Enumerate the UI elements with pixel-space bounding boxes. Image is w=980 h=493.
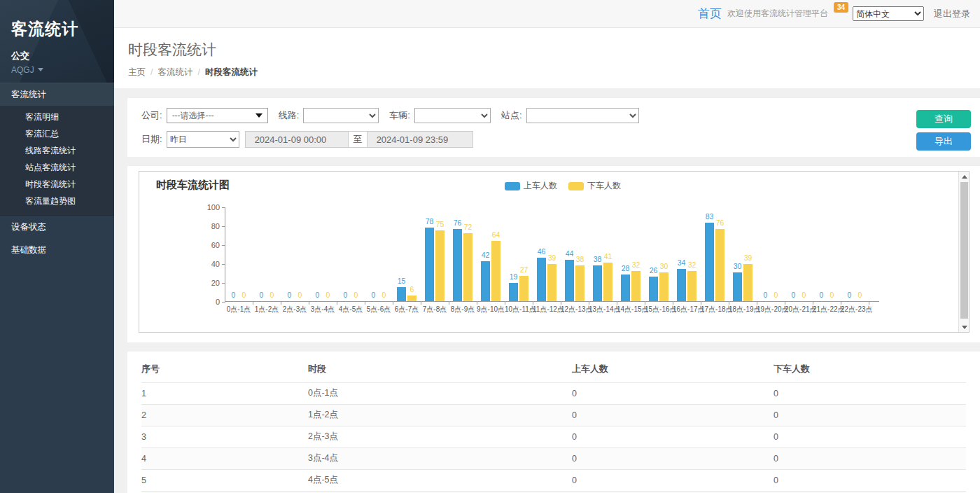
date-to-input[interactable] — [367, 131, 473, 148]
bar-alighting[interactable] — [743, 264, 752, 301]
home-link[interactable]: 首页 — [698, 6, 722, 22]
x-axis-label: 16点-17点 — [673, 305, 701, 314]
org-switcher[interactable]: AQGJ — [11, 65, 114, 75]
welcome-text: 欢迎使用客流统计管理平台 — [727, 8, 828, 20]
chart-legend: 上车人数下车人数 — [505, 180, 621, 192]
bar-alighting[interactable] — [575, 265, 584, 301]
query-button[interactable]: 查询 — [916, 110, 971, 128]
sidebar-subitem-3[interactable]: 站点客流统计 — [0, 159, 114, 176]
sidebar-subitem-0[interactable]: 客流明细 — [0, 109, 114, 125]
table-cell: 1 — [141, 383, 308, 405]
table-body: 10点-1点0021点-2点0032点-3点0043点-4点0054点-5点00… — [141, 383, 966, 493]
date-preset-select[interactable]: 昨日 — [167, 131, 239, 148]
sidebar-section-passenger-stats[interactable]: 客流统计 — [0, 83, 114, 106]
x-axis-label: 22点-23点 — [841, 305, 869, 314]
logout-link[interactable]: 退出登录 — [934, 8, 970, 20]
bar-alighting[interactable] — [491, 241, 500, 301]
company-dropdown[interactable]: ---请选择--- — [167, 108, 268, 123]
table-cell: 0 — [774, 448, 966, 470]
sidebar-subitem-1[interactable]: 客流汇总 — [0, 125, 114, 142]
sidebar-subitem-4[interactable]: 时段客流统计 — [0, 176, 114, 193]
bar-alighting[interactable] — [715, 229, 724, 301]
language-select[interactable]: 简体中文 — [853, 6, 924, 21]
bar-alighting[interactable] — [463, 233, 472, 301]
bar-group-19: 00 — [757, 207, 785, 301]
sidebar-item-base-data[interactable]: 基础数据 — [0, 239, 114, 262]
line-select[interactable] — [303, 108, 379, 123]
breadcrumb-home[interactable]: 主页 — [128, 67, 146, 77]
bar-alighting[interactable] — [407, 296, 416, 301]
bar-boarding[interactable] — [425, 228, 434, 301]
export-button[interactable]: 导出 — [916, 132, 971, 151]
notification-badge[interactable]: 34 — [834, 2, 848, 13]
bar-boarding[interactable] — [705, 223, 714, 301]
bar-value-label: 0 — [229, 291, 238, 299]
station-select[interactable] — [526, 108, 639, 123]
bar-alighting[interactable] — [687, 271, 696, 301]
chart-scrollbar[interactable] — [958, 172, 969, 332]
sidebar-submenu: 客流明细客流汇总线路客流统计站点客流统计时段客流统计客流量趋势图 — [0, 106, 114, 216]
table-cell: 5 — [141, 470, 308, 492]
bar-group-4: 00 — [337, 207, 365, 301]
x-axis-label: 9点-10点 — [477, 305, 505, 314]
bar-group-21: 00 — [813, 207, 841, 301]
bar-group-9: 4264 — [477, 207, 505, 301]
app-title: 客流统计 — [11, 18, 114, 40]
breadcrumb-passenger-stats[interactable]: 客流统计 — [158, 67, 192, 77]
bar-boarding[interactable] — [649, 277, 658, 301]
bar-alighting[interactable] — [603, 263, 612, 301]
bar-value-label: 64 — [491, 230, 500, 239]
bar-value-label: 6 — [407, 285, 416, 293]
main-area: 首页 欢迎使用客流统计管理平台 34 简体中文 退出登录 时段客流统计 主页/客… — [114, 0, 980, 493]
sidebar-item-device-status[interactable]: 设备状态 — [0, 216, 114, 239]
date-to-label: 至 — [349, 131, 367, 148]
bar-value-label: 26 — [649, 266, 658, 275]
bar-alighting[interactable] — [631, 271, 640, 301]
scrollbar-thumb[interactable] — [960, 182, 968, 319]
legend-item-1[interactable]: 下车人数 — [568, 180, 621, 192]
bar-alighting[interactable] — [519, 276, 528, 301]
bar-value-label: 0 — [379, 291, 388, 299]
bar-alighting[interactable] — [659, 272, 668, 301]
bar-group-16: 3432 — [673, 207, 701, 301]
y-axis-tick-label: 0 — [196, 298, 220, 306]
bar-value-label: 72 — [463, 223, 472, 231]
date-from-input[interactable] — [245, 131, 349, 148]
legend-item-0[interactable]: 上车人数 — [505, 180, 557, 192]
bar-boarding[interactable] — [537, 258, 546, 301]
sidebar-subitem-5[interactable]: 客流量趋势图 — [0, 193, 114, 209]
bar-boarding[interactable] — [509, 283, 518, 301]
table-row: 21点-2点00 — [141, 405, 966, 426]
bar-value-label: 38 — [593, 255, 602, 263]
table-cell: 0 — [572, 426, 774, 448]
scroll-up-icon[interactable] — [959, 172, 969, 181]
bar-group-15: 2630 — [645, 207, 673, 301]
bar-boarding[interactable] — [565, 260, 574, 301]
chart-title: 时段车流统计图 — [156, 179, 230, 192]
table-row: 54点-5点00 — [141, 470, 966, 492]
sidebar-subitem-2[interactable]: 线路客流统计 — [0, 142, 114, 159]
breadcrumb: 主页/客流统计/时段客流统计 — [128, 67, 980, 78]
stats-table: 序号时段上车人数下车人数 10点-1点0021点-2点0032点-3点0043点… — [141, 356, 966, 493]
legend-swatch-icon — [505, 182, 520, 190]
bar-alighting[interactable] — [435, 230, 444, 301]
bar-boarding[interactable] — [481, 261, 490, 301]
bar-boarding[interactable] — [733, 272, 742, 301]
bar-boarding[interactable] — [453, 229, 462, 301]
table-row: 43点-4点00 — [141, 448, 966, 470]
bar-boarding[interactable] — [397, 287, 406, 301]
bar-boarding[interactable] — [677, 269, 686, 301]
vehicle-select[interactable] — [414, 108, 491, 123]
bar-group-13: 3841 — [589, 207, 617, 301]
company-label: 公司: — [141, 109, 162, 122]
y-axis-tick-label: 40 — [196, 260, 220, 268]
scroll-down-icon[interactable] — [959, 322, 969, 332]
bar-value-label: 0 — [285, 291, 294, 299]
bar-boarding[interactable] — [593, 265, 602, 301]
x-axis-label: 7点-8点 — [421, 305, 449, 314]
bar-boarding[interactable] — [621, 275, 630, 301]
vehicle-label: 车辆: — [389, 109, 410, 122]
bar-alighting[interactable] — [547, 264, 556, 301]
page-title: 时段客流统计 — [128, 40, 980, 60]
bar-group-5: 00 — [365, 207, 393, 301]
